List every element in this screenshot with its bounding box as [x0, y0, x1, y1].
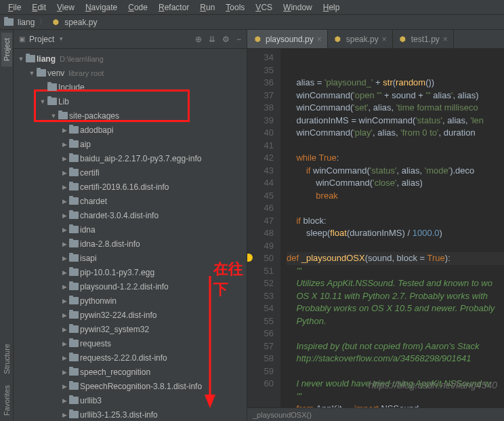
code-line[interactable]: Python. [287, 315, 504, 328]
tree-item[interactable]: Lib [14, 94, 247, 108]
code-line[interactable]: durationInMS = winCommand('status', alia… [287, 115, 504, 127]
code-line[interactable]: I never would have tried using AppKit.NS… [287, 378, 504, 390]
menu-code[interactable]: Code [123, 1, 153, 14]
expand-icon[interactable] [61, 141, 68, 148]
expand-icon[interactable] [61, 155, 68, 162]
editor-gutter[interactable]: 3435363738394041424344454647484950515253… [247, 49, 281, 407]
tree-item[interactable]: adodbapi [14, 123, 247, 137]
close-icon[interactable]: × [443, 35, 448, 44]
tree-item[interactable]: certifi-2019.6.16.dist-info [14, 180, 247, 194]
code-line[interactable]: if winCommand('status', alias, 'mode').d… [287, 165, 504, 178]
code-line[interactable]: ''' [287, 390, 504, 403]
panel-collapse-icon[interactable]: ▣ [19, 35, 25, 43]
expand-icon[interactable] [61, 397, 68, 404]
collapse-all-icon[interactable]: ⇊ [209, 35, 215, 44]
editor-code[interactable]: alias = 'playsound_' + str(random()) win… [281, 49, 504, 407]
code-line[interactable] [287, 365, 504, 378]
editor-tab[interactable]: ⬢test1.py× [393, 30, 454, 48]
dropdown-icon[interactable]: ▼ [58, 36, 64, 42]
tree-item[interactable]: baidu_aip-2.2.17.0-py3.7.egg-info [14, 151, 247, 165]
menu-run[interactable]: Run [194, 1, 220, 14]
editor-tab[interactable]: ⬢playsound.py× [247, 30, 328, 48]
code-line[interactable] [287, 202, 504, 215]
tree-item[interactable]: chardet [14, 194, 247, 208]
tree-item[interactable]: site-packages [14, 108, 247, 123]
tree-item[interactable]: SpeechRecognition-3.8.1.dist-info [14, 379, 247, 393]
editor-breadcrumb[interactable]: _playsoundOSX() [247, 407, 504, 421]
bulb-icon[interactable] [247, 254, 253, 262]
code-line[interactable]: break [287, 190, 504, 203]
menu-refactor[interactable]: Refactor [153, 1, 194, 14]
tree-item[interactable]: pip-10.0.1-py3.7.egg [14, 265, 247, 279]
expand-icon[interactable] [39, 98, 46, 105]
project-tool-tab[interactable]: Project [1, 33, 12, 66]
code-line[interactable] [287, 240, 504, 253]
expand-icon[interactable] [61, 184, 68, 191]
expand-icon[interactable] [61, 127, 68, 134]
code-line[interactable] [287, 327, 504, 340]
menu-help[interactable]: Help [318, 1, 345, 14]
expand-icon[interactable] [61, 298, 68, 304]
code-line[interactable]: ''' [287, 265, 504, 278]
structure-tool-tab[interactable]: Structure [1, 338, 12, 380]
expand-icon[interactable] [61, 198, 68, 205]
tree-item[interactable]: urllib3 [14, 393, 247, 407]
expand-icon[interactable] [61, 169, 68, 176]
tree-item[interactable]: pywin32-224.dist-info [14, 308, 247, 322]
tree-item[interactable]: liangD:\learn\liang [14, 52, 247, 66]
tree-item[interactable]: pywin32_system32 [14, 322, 247, 336]
code-line[interactable]: winCommand('open "' + sound + '" alias',… [287, 89, 504, 102]
code-line[interactable]: alias = 'playsound_' + str(random()) [287, 77, 504, 89]
tree-item[interactable]: idna-2.8.dist-info [14, 237, 247, 251]
expand-icon[interactable] [61, 283, 68, 290]
menu-tools[interactable]: Tools [220, 1, 250, 14]
editor-tabs[interactable]: ⬢playsound.py×⬢speak.py×⬢test1.py× [247, 30, 504, 49]
tree-item[interactable]: isapi [14, 251, 247, 265]
editor-tab[interactable]: ⬢speak.py× [328, 30, 393, 48]
menu-navigate[interactable]: Navigate [80, 1, 123, 14]
project-tree[interactable]: 在往下 liangD:\learn\liangvenvlibrary rootI… [14, 49, 247, 421]
breadcrumb-root[interactable]: liang [18, 18, 35, 27]
expand-icon[interactable] [61, 383, 68, 390]
tree-item[interactable]: idna [14, 222, 247, 237]
expand-icon[interactable] [61, 412, 68, 418]
code-line[interactable]: while True: [287, 152, 504, 165]
code-line[interactable]: Inspired by (but not copied from) Aaron'… [287, 340, 504, 353]
tree-item[interactable]: playsound-1.2.2.dist-info [14, 279, 247, 294]
code-line[interactable]: def _playsoundOSX(sound, block = True): [287, 252, 504, 265]
menu-window[interactable]: Window [278, 1, 318, 14]
close-icon[interactable]: × [382, 35, 387, 44]
menu-vcs[interactable]: VCS [250, 1, 278, 14]
code-line[interactable]: if block: [287, 215, 504, 228]
tree-item[interactable]: Include [14, 80, 247, 94]
tree-item[interactable]: certifi [14, 165, 247, 180]
code-line[interactable]: OS X 10.11 with Python 2.7. Probably wor… [287, 290, 504, 303]
code-line[interactable] [287, 140, 504, 153]
hide-icon[interactable]: − [236, 35, 241, 44]
expand-icon[interactable] [50, 113, 57, 119]
expand-icon[interactable] [18, 56, 24, 62]
gear-icon[interactable]: ⚙ [222, 35, 230, 44]
code-line[interactable]: from AppKit import NSSound [287, 403, 504, 407]
expand-icon[interactable] [61, 340, 68, 347]
tree-item[interactable]: requests-2.22.0.dist-info [14, 350, 247, 365]
favorites-tool-tab[interactable]: Favorites [1, 380, 12, 421]
tool-window-bar[interactable]: Project Structure Favorites [0, 30, 14, 421]
target-icon[interactable]: ⊕ [195, 35, 202, 44]
main-menu[interactable]: FileEditViewNavigateCodeRefactorRunTools… [0, 0, 504, 15]
tree-item[interactable]: speech_recognition [14, 365, 247, 379]
expand-icon[interactable] [61, 326, 68, 333]
menu-view[interactable]: View [51, 1, 80, 14]
menu-file[interactable]: File [3, 1, 26, 14]
menu-edit[interactable]: Edit [26, 1, 51, 14]
tree-item[interactable]: chardet-3.0.4.dist-info [14, 208, 247, 222]
expand-icon[interactable] [61, 355, 68, 361]
tree-item[interactable]: requests [14, 336, 247, 350]
expand-icon[interactable] [61, 212, 68, 219]
tree-item[interactable]: aip [14, 137, 247, 151]
breadcrumb-file[interactable]: speak.py [64, 18, 97, 27]
close-icon[interactable]: × [317, 35, 322, 44]
code-line[interactable]: winCommand('close', alias) [287, 177, 504, 190]
expand-icon[interactable] [61, 255, 68, 262]
code-line[interactable]: Utilizes AppKit.NSSound. Tested and know… [287, 277, 504, 290]
